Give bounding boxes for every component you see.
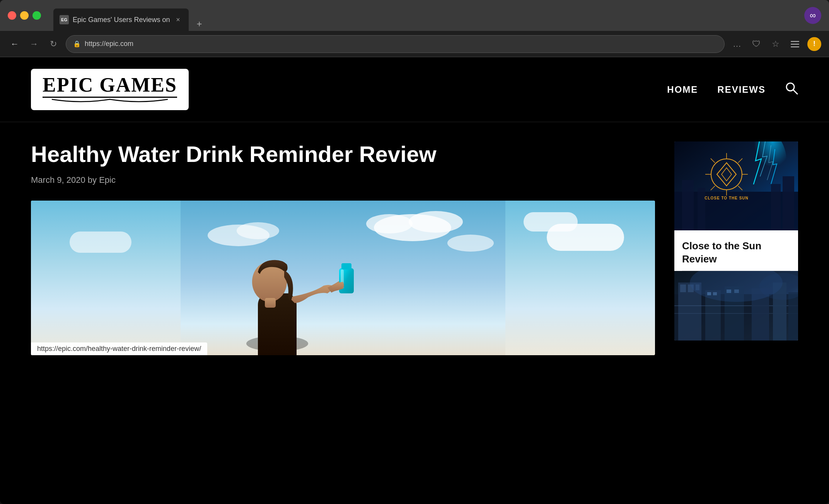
svg-rect-22 [698,188,705,230]
svg-rect-50 [788,292,798,341]
article-meta: March 9, 2020 by Epic [31,175,655,185]
svg-rect-24 [783,176,794,230]
article-author: Epic [99,175,116,185]
tab-close-button[interactable]: × [174,15,183,24]
article-by: by [88,175,99,185]
forward-button[interactable]: → [27,37,41,51]
back-button[interactable]: ← [8,37,22,51]
sidebar: CLOSE TO THE SUN Close to the Sun Review [674,141,798,499]
reload-button[interactable]: ↻ [46,37,60,51]
main-layout: Healthy Water Drink Reminder Review Marc… [0,122,829,504]
status-tooltip: https://epic.com/healthy-water-drink-rem… [31,342,207,355]
site-header: EPIC GAMES HOME REVIEWS [0,57,829,122]
shield-button[interactable]: 🛡 [749,37,763,51]
article-title: Healthy Water Drink Reminder Review [31,141,655,167]
svg-rect-23 [771,184,781,230]
bookmark-button[interactable]: ☆ [769,37,783,51]
url-bar[interactable]: 🔒 https://epic.com [66,35,725,53]
tab-title: Epic Games' Users Reviews on [73,16,170,24]
security-icon: 🔒 [73,40,81,48]
site-nav: HOME REVIEWS [667,82,798,97]
site-logo[interactable]: EPIC GAMES [31,69,189,110]
article-image: https://epic.com/healthy-water-drink-rem… [31,201,655,355]
svg-point-9 [366,214,413,233]
logo-text: EPIC GAMES [43,75,177,95]
active-tab[interactable]: EG Epic Games' Users Reviews on × [53,9,189,31]
address-bar: ← → ↻ 🔒 https://epic.com … 🛡 ☆ ! [0,31,829,57]
svg-point-12 [447,235,494,252]
sidebar-game-title-1[interactable]: Close to the Sun Review [674,230,798,271]
main-content: Healthy Water Drink Reminder Review Marc… [31,141,674,499]
tab-favicon: EG [60,15,69,24]
nav-reviews-link[interactable]: REVIEWS [717,84,766,95]
traffic-lights [8,11,41,20]
more-options-button[interactable]: … [730,37,744,51]
svg-rect-17 [341,263,351,269]
svg-rect-15 [265,298,276,308]
maximize-window-button[interactable] [32,11,41,20]
profile-button[interactable]: ∞ [804,7,821,24]
browser-window: EG Epic Games' Users Reviews on × + ∞ ← … [0,0,829,504]
page-content: EPIC GAMES HOME REVIEWS [0,57,829,504]
minimize-window-button[interactable] [20,11,29,20]
sidebar-card: CLOSE TO THE SUN Close to the Sun Review [674,141,798,341]
title-bar: EG Epic Games' Users Reviews on × + ∞ [0,0,829,31]
tab-bar: EG Epic Games' Users Reviews on × + [53,0,206,31]
sidebar-game-image-1[interactable]: CLOSE TO THE SUN [674,141,798,230]
url-text: https://epic.com [85,40,133,48]
sidebar-game-image-2[interactable] [674,271,798,341]
svg-rect-41 [680,284,686,292]
svg-point-8 [409,211,463,233]
article-date: March 9, 2020 [31,175,85,185]
menu-button[interactable] [788,37,802,51]
svg-text:CLOSE TO THE SUN: CLOSE TO THE SUN [704,196,749,200]
svg-rect-0 [791,41,799,42]
close-window-button[interactable] [8,11,16,20]
svg-rect-21 [682,180,694,230]
svg-rect-2 [791,46,799,48]
svg-line-4 [793,90,797,94]
svg-point-11 [237,222,279,239]
new-tab-button[interactable]: + [193,17,206,31]
address-actions: … 🛡 ☆ ! [730,37,821,51]
nav-home-link[interactable]: HOME [667,84,698,95]
search-icon[interactable] [785,82,798,97]
svg-rect-1 [791,44,799,45]
